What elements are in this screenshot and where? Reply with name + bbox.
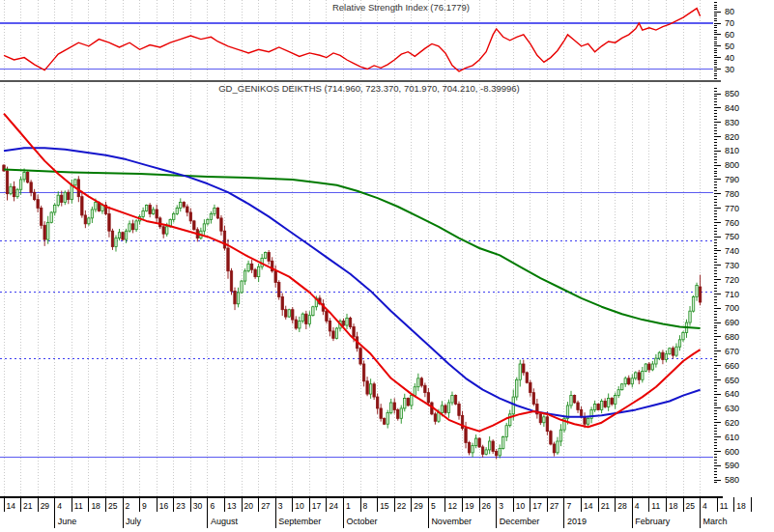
candle-body — [380, 408, 382, 418]
candle-body — [376, 397, 378, 408]
week-date-label: 4 — [57, 501, 62, 511]
candle-body — [689, 311, 691, 322]
candle-body — [30, 182, 32, 192]
candle-body — [207, 219, 209, 223]
week-date-label: 19 — [465, 501, 474, 511]
candle-body — [57, 195, 59, 205]
week-date-label: 24 — [329, 501, 338, 511]
candle-body — [37, 200, 39, 209]
month-label: September — [278, 517, 321, 526]
candle-body — [404, 399, 406, 408]
candle-body — [193, 221, 195, 230]
price-tick-label: 660 — [725, 361, 739, 371]
month-label: February — [635, 517, 671, 526]
candle-body — [458, 404, 460, 415]
week-date-label: 4 — [702, 501, 707, 511]
week-date-label: 9 — [142, 501, 147, 511]
price-tick-label: 600 — [725, 447, 739, 457]
candle-body — [329, 322, 330, 331]
rsi-tick-label: 30 — [725, 65, 734, 74]
candle-body — [651, 364, 653, 370]
candle-body — [308, 316, 310, 324]
candle-body — [414, 387, 416, 396]
candle-body — [678, 340, 680, 347]
rsi-tick-label: 60 — [725, 30, 734, 40]
candle-body — [390, 403, 392, 412]
stock-chart: Relative Strength Index (76.1779) GD_GEN… — [0, 0, 774, 532]
candle-body — [223, 231, 225, 248]
week-date-label: 27 — [261, 501, 271, 511]
candle-body — [366, 381, 368, 394]
candle-body — [621, 384, 623, 390]
price-tick-label: 780 — [725, 189, 739, 199]
candle-body — [50, 212, 52, 222]
candle-body — [115, 238, 117, 247]
candle-body — [183, 203, 185, 207]
price-tick-label: 840 — [725, 103, 739, 113]
month-label: 2019 — [567, 517, 587, 526]
candle-body — [335, 328, 337, 338]
month-label: August — [211, 517, 239, 526]
price-tick-label: 650 — [725, 376, 739, 385]
candle-body — [268, 252, 270, 261]
ma-medium-line — [4, 148, 701, 417]
candle-body — [417, 378, 419, 387]
candle-body — [13, 186, 14, 196]
candle-body — [543, 417, 545, 423]
candle-body — [108, 213, 110, 231]
candle-body — [665, 354, 667, 360]
candle-body — [288, 310, 290, 317]
week-date-label: 29 — [41, 501, 50, 511]
candle-body — [301, 314, 303, 321]
candle-body — [122, 233, 124, 239]
week-date-label: 16 — [159, 501, 169, 511]
candle-body — [278, 283, 280, 297]
week-date-label: 3 — [278, 501, 283, 511]
price-tick-label: 590 — [725, 461, 739, 470]
candle-body — [346, 319, 348, 325]
candle-body — [597, 404, 599, 409]
candle-body — [607, 399, 609, 407]
week-date-label: 29 — [414, 501, 423, 511]
candle-body — [692, 296, 694, 311]
candle-body — [577, 403, 579, 409]
candle-body — [43, 225, 45, 239]
week-gridlines — [4, 0, 701, 497]
rsi-panel: Relative Strength Index (76.1779) — [0, 2, 713, 71]
candle-body — [285, 310, 287, 317]
week-date-label: 12 — [447, 501, 457, 511]
candle-body — [617, 390, 619, 396]
candle-body — [658, 352, 660, 358]
week-date-label: 30 — [193, 501, 203, 511]
candle-body — [516, 379, 518, 397]
candle-body — [247, 264, 249, 270]
candle-body — [485, 450, 487, 454]
candle-body — [135, 221, 137, 230]
candle-body — [33, 192, 35, 199]
month-label: October — [347, 517, 378, 526]
candle-body — [166, 227, 168, 234]
candle-body — [241, 281, 243, 293]
candle-body — [451, 396, 453, 403]
price-tick-label: 800 — [725, 160, 739, 170]
candle-body — [526, 373, 528, 382]
week-date-label: 2 — [126, 501, 130, 511]
candle-body — [281, 296, 283, 309]
candle-body — [495, 451, 497, 455]
rsi-tick-label: 70 — [725, 18, 734, 28]
rsi-tick-label: 40 — [725, 53, 734, 63]
candle-body — [682, 332, 684, 339]
candle-body — [648, 364, 650, 370]
candle-body — [444, 406, 446, 412]
month-label: November — [431, 517, 472, 526]
month-label: December — [500, 517, 540, 526]
candle-body — [254, 269, 256, 276]
candle-body — [675, 347, 677, 355]
candle-body — [299, 322, 301, 328]
week-date-label: 10 — [295, 501, 304, 511]
week-date-label: 1 — [346, 501, 351, 511]
price-tick-label: 810 — [725, 146, 739, 155]
candle-body — [628, 378, 630, 384]
bottom-date-axis: 1421294111825291623306132027310172418152… — [0, 497, 751, 528]
price-tick-label: 850 — [725, 89, 739, 98]
